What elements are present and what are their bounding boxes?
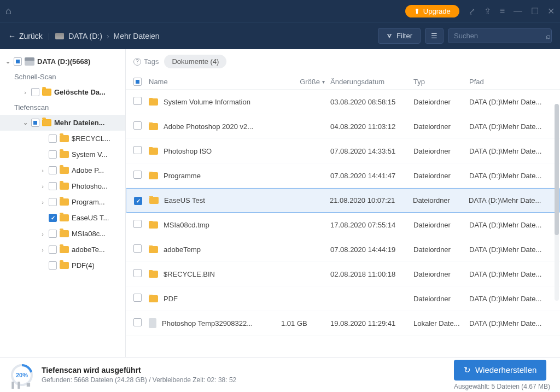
tree-item[interactable]: ›Adobe P... xyxy=(0,162,125,178)
header-checkbox[interactable] xyxy=(133,78,142,86)
tree-item[interactable]: PDF(4) xyxy=(0,258,125,273)
tags-row: ? Tags Dokumente (4) xyxy=(126,49,560,74)
upload-icon: ⬆ xyxy=(414,7,420,15)
minimize-icon[interactable]: — xyxy=(514,6,522,16)
row-checkbox[interactable] xyxy=(133,318,142,326)
table-row[interactable]: adobeTemp07.08.2020 14:44:19DateiordnerD… xyxy=(126,237,560,262)
tree-item[interactable]: EaseUS T... xyxy=(0,210,125,226)
row-checkbox[interactable] xyxy=(133,220,142,228)
checkbox[interactable] xyxy=(49,198,57,206)
breadcrumb-folder: Mehr Dateien xyxy=(114,32,160,40)
stop-icon[interactable]: ■ xyxy=(26,381,31,389)
col-name[interactable]: Name xyxy=(149,78,281,86)
row-checkbox[interactable] xyxy=(133,244,142,253)
caret-down-icon[interactable]: ⌄ xyxy=(4,58,11,65)
tree-deleted-label: Gelöschte Da... xyxy=(54,88,106,96)
checkbox[interactable] xyxy=(49,214,57,222)
table-row[interactable]: Programme07.08.2020 14:41:47DateiordnerD… xyxy=(126,163,560,188)
checkbox[interactable] xyxy=(49,150,57,159)
caret-down-icon[interactable]: ⌄ xyxy=(22,119,28,126)
maximize-icon[interactable]: ☐ xyxy=(531,6,539,16)
folder-icon xyxy=(149,271,158,278)
folder-icon xyxy=(149,221,158,229)
row-checkbox[interactable] xyxy=(134,197,142,205)
row-path: DATA (D:)\Mehr Date... xyxy=(469,98,552,106)
table-row[interactable]: $RECYCLE.BIN02.08.2018 11:00:18Dateiordn… xyxy=(126,262,560,286)
search-icon[interactable]: ⌕ xyxy=(546,31,551,40)
col-path[interactable]: Pfad xyxy=(469,78,552,86)
filter-button[interactable]: ⛛ Filter xyxy=(378,28,421,44)
table-row[interactable]: PDFDateiordnerDATA (D:)\Mehr Date... xyxy=(126,286,560,311)
checkbox[interactable] xyxy=(49,182,57,190)
checkbox[interactable] xyxy=(49,245,57,254)
content-v-scrollbar[interactable] xyxy=(555,104,559,301)
help-icon[interactable]: ? xyxy=(133,58,141,66)
share-icon[interactable]: ⤤ xyxy=(468,6,475,16)
tag-dokumente[interactable]: Dokumente (4) xyxy=(164,55,226,68)
status-title: Tiefenscan wird ausgeführt xyxy=(42,366,446,375)
caret-right-icon[interactable]: › xyxy=(39,183,46,190)
tree-item[interactable]: ›MSIa08c... xyxy=(0,226,125,242)
caret-right-icon[interactable]: › xyxy=(39,247,46,253)
row-checkbox[interactable] xyxy=(133,97,142,105)
caret-right-icon[interactable]: › xyxy=(39,167,46,174)
recover-label: Wiederherstellen xyxy=(475,365,537,375)
tree-item[interactable]: ›Program... xyxy=(0,194,125,210)
caret-right-icon[interactable]: › xyxy=(22,89,28,96)
tree-item[interactable]: ›adobeTe... xyxy=(0,242,125,258)
table-row[interactable]: System Volume Information03.08.2020 08:5… xyxy=(126,90,560,114)
row-date: 02.08.2018 11:00:18 xyxy=(330,270,413,278)
col-type[interactable]: Typ xyxy=(413,78,469,86)
search-input[interactable] xyxy=(454,32,546,40)
row-checkbox[interactable] xyxy=(133,269,142,277)
checkbox[interactable] xyxy=(49,230,57,238)
tree-item[interactable]: System V... xyxy=(0,147,125,162)
breadcrumb[interactable]: DATA (D:) › Mehr Dateien xyxy=(55,32,159,40)
row-path: DATA (D:)\Mehr Date... xyxy=(469,147,552,155)
col-date[interactable]: Änderungsdatum xyxy=(330,78,413,86)
row-checkbox[interactable] xyxy=(133,171,142,179)
export-icon[interactable]: ⇪ xyxy=(484,6,491,16)
pause-icon[interactable]: ❚❚ xyxy=(10,381,22,389)
checkbox-partial[interactable] xyxy=(14,57,22,66)
table-row[interactable]: EaseUS Test21.08.2020 10:07:21Dateiordne… xyxy=(126,188,560,213)
table-row[interactable]: MSIa08cd.tmp17.08.2020 07:55:14Dateiordn… xyxy=(126,213,560,237)
checkbox[interactable] xyxy=(31,88,39,96)
row-checkbox[interactable] xyxy=(133,146,142,154)
tree-deleted[interactable]: › Gelöschte Da... xyxy=(0,84,125,100)
folder-icon xyxy=(149,172,158,179)
sort-desc-icon: ▾ xyxy=(322,79,325,85)
recover-button[interactable]: ↻ Wiederherstellen xyxy=(454,360,547,381)
row-checkbox[interactable] xyxy=(133,294,142,302)
back-button[interactable]: ← Zurück xyxy=(8,32,43,40)
tree-root[interactable]: ⌄ DATA (D:)(5668) xyxy=(0,54,125,69)
scrollbar-thumb[interactable] xyxy=(555,104,559,235)
row-name: $RECYCLE.BIN xyxy=(164,270,215,278)
upgrade-button[interactable]: ⬆ Upgrade xyxy=(405,5,459,17)
row-name: EaseUS Test xyxy=(164,196,205,204)
checkbox[interactable] xyxy=(49,166,57,174)
home-icon[interactable]: ⌂ xyxy=(5,5,11,17)
checkbox-partial[interactable] xyxy=(31,119,39,127)
tags-label: ? Tags xyxy=(133,57,159,66)
row-checkbox[interactable] xyxy=(133,121,142,130)
tree-item[interactable]: $RECYCL... xyxy=(0,131,125,147)
col-size[interactable]: Größe▾ xyxy=(281,78,330,86)
grid-header: Name Größe▾ Änderungsdatum Typ Pfad xyxy=(126,74,560,90)
table-row[interactable]: Adobe Photoshop 2020 v2...04.08.2020 11:… xyxy=(126,114,560,139)
menu-icon[interactable]: ≡ xyxy=(500,6,505,16)
tree-more-files[interactable]: ⌄ Mehr Dateien... xyxy=(0,115,125,131)
tree-item[interactable]: ›Photosho... xyxy=(0,178,125,194)
checkbox[interactable] xyxy=(49,261,57,270)
view-list-button[interactable]: ☰ xyxy=(425,28,444,44)
caret-right-icon[interactable]: › xyxy=(39,199,46,206)
checkbox[interactable] xyxy=(49,134,57,143)
row-date: 03.08.2020 08:58:15 xyxy=(330,98,413,106)
table-row[interactable]: Photoshop Temp32908322...1.01 GB19.08.20… xyxy=(126,311,560,336)
tree-item-label: Photosho... xyxy=(72,182,108,190)
close-icon[interactable]: ✕ xyxy=(547,6,555,16)
table-row[interactable]: Photoshop ISO07.08.2020 14:33:51Dateiord… xyxy=(126,139,560,163)
search-box[interactable]: ⌕ xyxy=(448,28,552,43)
nav-separator: | xyxy=(48,32,50,40)
caret-right-icon[interactable]: › xyxy=(39,231,46,237)
